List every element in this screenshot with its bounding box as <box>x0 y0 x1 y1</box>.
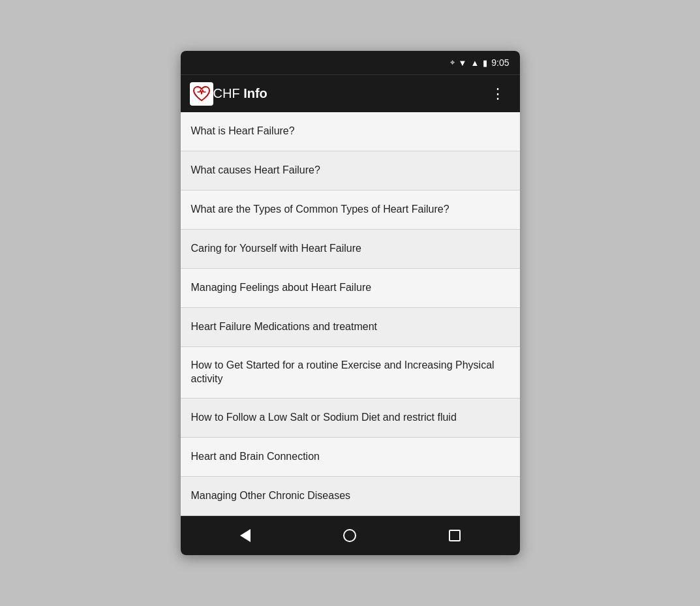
home-icon <box>343 529 356 542</box>
nav-bar <box>181 516 520 555</box>
list-item[interactable]: What are the Types of Common Types of He… <box>181 190 520 230</box>
wifi-icon: ▼ <box>459 58 467 68</box>
app-title: CHF Info <box>213 86 485 101</box>
signal-icon: ▲ <box>470 58 479 68</box>
bluetooth-icon: ⌖ <box>450 57 455 68</box>
list-item[interactable]: Heart and Brain Connection <box>181 438 520 477</box>
app-title-prefix: CHF <box>213 86 244 100</box>
overflow-menu-button[interactable]: ⋮ <box>485 83 511 105</box>
battery-icon: ▮ <box>483 58 487 68</box>
recents-button[interactable] <box>436 524 474 547</box>
recents-icon <box>449 530 461 541</box>
list-item-text: Caring for Yourself with Heart Failure <box>191 242 361 256</box>
back-icon <box>240 529 251 542</box>
list-item[interactable]: Managing Feelings about Heart Failure <box>181 269 520 308</box>
status-bar: ⌖ ▼ ▲ ▮ 9:05 <box>181 51 520 74</box>
list-item[interactable]: Managing Other Chronic Diseases <box>181 477 520 516</box>
list-item[interactable]: How to Get Started for a routine Exercis… <box>181 347 520 399</box>
list-item-text: What causes Heart Failure? <box>191 164 320 177</box>
list-container: What is Heart Failure? What causes Heart… <box>181 112 520 516</box>
list-item[interactable]: How to Follow a Low Salt or Sodium Diet … <box>181 399 520 438</box>
list-item-text: Managing Other Chronic Diseases <box>191 489 351 503</box>
phone-frame: ⌖ ▼ ▲ ▮ 9:05 CHF Info ⋮ What is Heart Fa… <box>181 51 520 555</box>
list-item[interactable]: Heart Failure Medications and treatment <box>181 308 520 347</box>
app-bar: CHF Info ⋮ <box>181 74 520 112</box>
status-icons: ⌖ ▼ ▲ ▮ 9:05 <box>450 57 510 68</box>
app-title-bold: Info <box>243 86 267 100</box>
list-item-text: Managing Feelings about Heart Failure <box>191 281 372 295</box>
list-item-text: How to Get Started for a routine Exercis… <box>191 359 510 386</box>
back-button[interactable] <box>227 524 264 547</box>
list-item[interactable]: Caring for Yourself with Heart Failure <box>181 230 520 269</box>
home-button[interactable] <box>330 524 369 547</box>
list-item-text: How to Follow a Low Salt or Sodium Diet … <box>191 411 457 425</box>
app-logo <box>190 82 213 106</box>
list-item[interactable]: What is Heart Failure? <box>181 112 520 151</box>
list-item-text: What are the Types of Common Types of He… <box>191 203 449 217</box>
list-item-text: Heart Failure Medications and treatment <box>191 320 377 334</box>
status-time: 9:05 <box>491 57 509 68</box>
list-item-text: What is Heart Failure? <box>191 125 295 138</box>
list-item[interactable]: What causes Heart Failure? <box>181 151 520 190</box>
list-item-text: Heart and Brain Connection <box>191 450 320 464</box>
